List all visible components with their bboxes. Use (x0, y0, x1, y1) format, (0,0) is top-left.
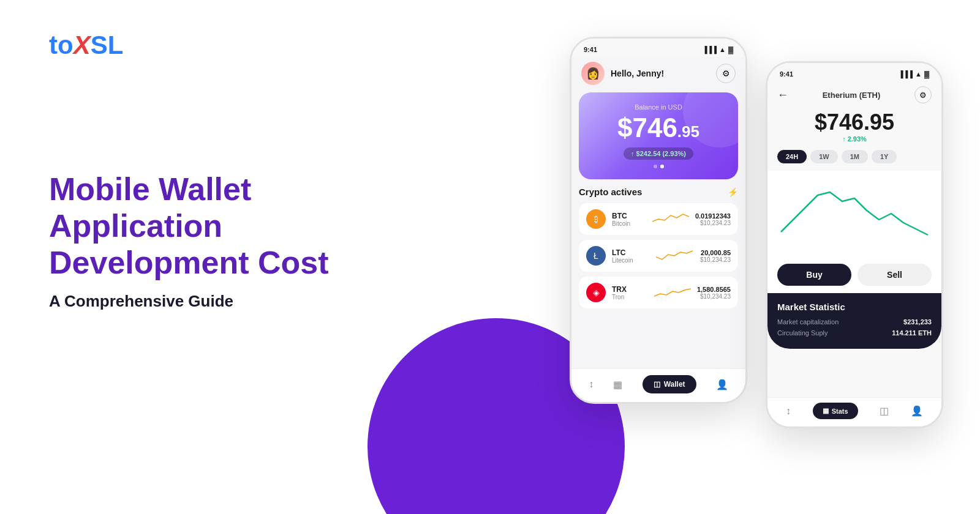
btc-chart (652, 209, 689, 229)
trx-values: 1,580.8565 $10,234.23 (697, 286, 731, 300)
crypto-section: Crypto actives ⚡ ₿ BTC Bitcoin (571, 187, 745, 308)
trx-icon: ◈ (586, 283, 606, 302)
phones-container: 9:41 ▐▐▐ ▲ ▓ 👩 Hello, Jenny! ⚙ Balance i… (570, 37, 943, 428)
buy-button[interactable]: Buy (777, 264, 851, 286)
phone2-status-icons: ▐▐▐ ▲ ▓ (899, 70, 929, 78)
time-1m[interactable]: 1M (842, 150, 868, 163)
ltc-chart-svg (656, 246, 693, 263)
phone1-time: 9:41 (584, 46, 597, 53)
eth-chart-area (767, 171, 941, 256)
stat-cap-label: Market capitalization (777, 318, 839, 326)
btc-values: 0.01912343 $10,234.23 (695, 212, 731, 226)
trx-name: TRX Tron (612, 285, 648, 300)
stats-icon: ▦ (823, 407, 829, 415)
balance-card: Balance in USD $746.95 ↑ $242.54 (2.93%) (579, 92, 738, 179)
stat-row-cap: Market capitalization $231,233 (777, 318, 932, 326)
phone2-settings-icon[interactable]: ⚙ (914, 86, 932, 103)
balance-label: Balance in USD (591, 103, 726, 111)
phone1-bottom-nav: ↕ ▦ ◫ Wallet 👤 (571, 368, 745, 402)
eth-price: $746.95 (777, 110, 932, 135)
crypto-title: Crypto actives (579, 187, 642, 197)
crypto-item-ltc[interactable]: Ł LTC Litecoin 20,000.85 $10,234.23 (579, 240, 738, 272)
phone2-time: 9:41 (780, 70, 793, 78)
stat-row-supply: Circulating Suply 114.211 ETH (777, 329, 932, 337)
eth-coin-title: Etherium (ETH) (823, 91, 881, 100)
logo: toXSL (49, 31, 123, 60)
wallet-button[interactable]: ◫ Wallet (643, 375, 696, 393)
avatar-greeting: 👩 Hello, Jenny! (581, 62, 664, 85)
status-icons: ▐▐▐ ▲ ▓ (703, 46, 733, 53)
phone2-content: 9:41 ▐▐▐ ▲ ▓ ← Etherium (ETH) ⚙ $746.95 … (767, 63, 941, 426)
wallet-icon: ◫ (654, 380, 660, 389)
time-24h[interactable]: 24H (777, 150, 807, 163)
wallet-label: Wallet (664, 380, 685, 389)
nav-profile[interactable]: 👤 (716, 379, 728, 390)
nav-transfer[interactable]: ↕ (589, 379, 594, 390)
phone2-wallet-icon: ◫ (880, 405, 889, 417)
logo-x: X (74, 31, 91, 59)
phone2-nav-wallet[interactable]: ◫ (880, 405, 889, 417)
balance-amount: $746.95 (591, 114, 726, 141)
phone2-status-bar: 9:41 ▐▐▐ ▲ ▓ (767, 63, 941, 81)
crypto-header: Crypto actives ⚡ (579, 187, 738, 197)
logo-sl: SL (91, 31, 124, 59)
crypto-item-trx[interactable]: ◈ TRX Tron 1,580.8565 $10,234.23 (579, 277, 738, 308)
eth-change: ↑ 2.93% (777, 135, 932, 143)
trx-chart (654, 283, 691, 302)
market-stat-title: Market Statistic (777, 302, 932, 312)
dot-2 (660, 165, 664, 168)
page-subtitle: A Comprehensive Guide (49, 292, 417, 311)
chart-icon: ▦ (613, 379, 622, 390)
btc-name: BTC Bitcoin (612, 212, 646, 227)
signal-icon: ▐▐▐ (703, 46, 717, 53)
time-1y[interactable]: 1Y (872, 150, 897, 163)
phone1-header: 👩 Hello, Jenny! ⚙ (571, 57, 745, 92)
dot-1 (654, 165, 657, 168)
eth-price-section: $746.95 ↑ 2.93% (767, 110, 941, 150)
phone2-wifi-icon: ▲ (915, 70, 922, 78)
ltc-icon: Ł (586, 246, 606, 266)
balance-dots (591, 165, 726, 168)
nav-chart[interactable]: ▦ (613, 379, 622, 390)
greeting-text: Hello, Jenny! (611, 69, 664, 78)
phone2-nav-transfer[interactable]: ↕ (786, 406, 791, 417)
balance-change: ↑ $242.54 (2.93%) (624, 147, 693, 160)
logo-to: to (49, 31, 74, 59)
btc-chart-svg (652, 209, 689, 226)
phone1-content: 9:41 ▐▐▐ ▲ ▓ 👩 Hello, Jenny! ⚙ Balance i… (571, 39, 745, 402)
sell-button[interactable]: Sell (858, 264, 932, 286)
action-buttons: Buy Sell (767, 256, 941, 293)
wifi-icon: ▲ (719, 46, 726, 53)
settings-icon[interactable]: ⚙ (716, 64, 736, 83)
ltc-name: LTC Litecoin (612, 248, 650, 264)
ltc-values: 20,000.85 $10,234.23 (700, 249, 731, 263)
time-1w[interactable]: 1W (810, 150, 838, 163)
transfer-icon: ↕ (589, 379, 594, 390)
market-statistic: Market Statistic Market capitalization $… (767, 293, 941, 349)
back-button[interactable]: ← (777, 89, 788, 102)
phone2: 9:41 ▐▐▐ ▲ ▓ ← Etherium (ETH) ⚙ $746.95 … (766, 61, 943, 428)
phone2-transfer-icon: ↕ (786, 406, 791, 417)
battery-icon: ▓ (728, 46, 733, 53)
ltc-chart (656, 246, 694, 266)
profile-icon: 👤 (716, 379, 728, 390)
stats-button[interactable]: ▦ Stats (813, 403, 858, 419)
phone1: 9:41 ▐▐▐ ▲ ▓ 👩 Hello, Jenny! ⚙ Balance i… (570, 37, 747, 404)
phone2-header: ← Etherium (ETH) ⚙ (767, 81, 941, 110)
phone2-signal-icon: ▐▐▐ (899, 70, 913, 78)
phone2-nav-profile[interactable]: 👤 (911, 405, 923, 417)
filter-icon[interactable]: ⚡ (728, 187, 738, 197)
btc-icon: ₿ (586, 209, 606, 229)
time-selector: 24H 1W 1M 1Y (767, 150, 941, 171)
trx-chart-svg (654, 283, 691, 300)
page-title: Mobile Wallet Application Development Co… (49, 171, 417, 281)
stat-supply-value: 114.211 ETH (892, 329, 932, 337)
phone2-profile-icon: 👤 (911, 405, 923, 417)
eth-chart (774, 177, 935, 250)
stat-cap-value: $231,233 (903, 318, 932, 326)
phone2-battery-icon: ▓ (924, 70, 929, 78)
crypto-item-btc[interactable]: ₿ BTC Bitcoin 0.01912343 $10,234.23 (579, 203, 738, 235)
phone1-status-bar: 9:41 ▐▐▐ ▲ ▓ (571, 39, 745, 57)
user-avatar: 👩 (581, 62, 605, 85)
stat-supply-label: Circulating Suply (777, 329, 828, 337)
